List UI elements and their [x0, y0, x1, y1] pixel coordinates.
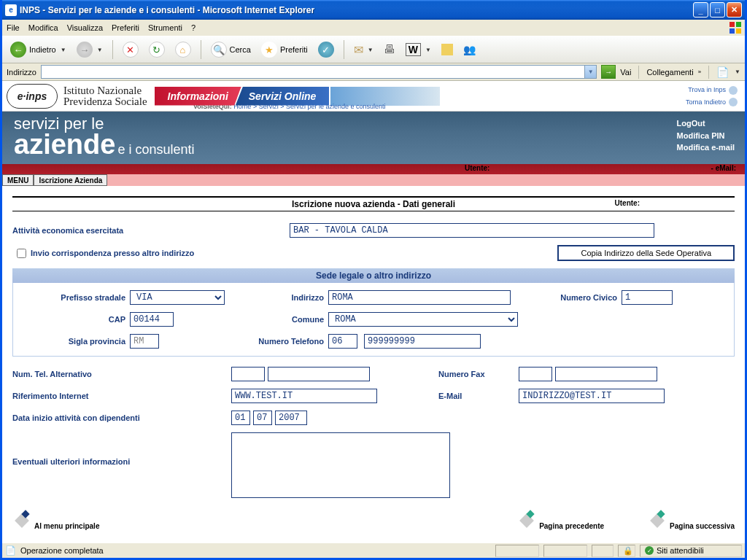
tab-informazioni[interactable]: Informazioni	[155, 87, 241, 106]
tel-prefisso-input[interactable]	[328, 334, 357, 349]
links-label[interactable]: Collegamenti	[646, 68, 693, 77]
stop-icon: ✕	[123, 42, 139, 58]
favorites-button[interactable]: ★ Preferiti	[258, 39, 311, 61]
fax-label: Numero Fax	[438, 370, 519, 378]
invio-corr-label: Invio corrispondenza presso altro indiri…	[31, 249, 194, 257]
prefisso-select[interactable]: VIA	[130, 290, 225, 305]
window-title: INPS - Servizi per le aziende e i consul…	[20, 5, 693, 15]
attivita-input[interactable]	[290, 223, 654, 238]
go-label: Vai	[620, 68, 631, 77]
tab-iscrizione-azienda[interactable]: Iscrizione Azienda	[34, 174, 107, 186]
invio-corrispondenza-checkbox[interactable]	[17, 249, 26, 258]
telalt-numero-input[interactable]	[268, 367, 370, 381]
fax-numero-input[interactable]	[555, 367, 657, 381]
forward-button[interactable]: → ▼	[73, 39, 107, 61]
refresh-button[interactable]: ↻	[145, 39, 169, 61]
menubar: File Modifica Visualizza Preferiti Strum…	[2, 20, 745, 36]
stop-button[interactable]: ✕	[119, 39, 142, 61]
svg-rect-0	[729, 22, 735, 27]
zone-ok-icon: ✓	[645, 546, 654, 555]
messenger-button[interactable]: 👥	[460, 41, 479, 58]
search-button[interactable]: 🔍 Cerca	[207, 39, 255, 61]
email-label: E-Mail	[438, 392, 519, 400]
address-bar: Indirizzo ▼ → Vai Collegamenti » 📄▼	[2, 63, 745, 81]
tab-servizi-online[interactable]: Servizi Online	[236, 87, 330, 106]
people-icon: 👥	[463, 44, 476, 55]
tel-numero-input[interactable]	[364, 334, 481, 349]
address-dropdown[interactable]: ▼	[584, 66, 596, 78]
cap-label: CAP	[23, 315, 125, 324]
svg-rect-2	[729, 28, 735, 34]
telalt-prefisso-input[interactable]	[231, 367, 265, 381]
civico-input[interactable]	[622, 290, 673, 305]
note-label: Eventuali ulteriori informazioni	[12, 432, 231, 466]
maximize-button[interactable]: □	[710, 2, 725, 18]
forward-icon: →	[77, 42, 93, 58]
nav-pagina-precedente[interactable]: Pagina precedente	[517, 511, 604, 530]
mail-icon: ✉	[354, 43, 363, 57]
menu-visualizza[interactable]: Visualizza	[67, 23, 103, 32]
edit-button[interactable]: W▼	[402, 40, 435, 59]
link-trova-in-inps[interactable]: Trova in Inps	[688, 86, 726, 93]
history-button[interactable]: ✓	[314, 39, 338, 61]
telalt-label: Num. Tel. Alternativo	[12, 370, 231, 378]
close-button[interactable]: ✕	[727, 2, 742, 18]
mail-button[interactable]: ✉▼	[350, 40, 377, 60]
link-modifica-email[interactable]: Modifica e-mail	[677, 141, 735, 154]
copia-indirizzo-button[interactable]: Copia Indirizzo della Sede Operativa	[557, 245, 735, 261]
comune-select[interactable]: ROMA	[328, 312, 518, 327]
menu-preferiti[interactable]: Preferiti	[112, 23, 139, 32]
fax-prefisso-input[interactable]	[519, 367, 552, 381]
user-bar: Utente: - eMail:	[2, 164, 745, 174]
menu-modifica[interactable]: Modifica	[28, 23, 58, 32]
nav-al-menu-principale[interactable]: Al menu principale	[12, 511, 99, 530]
back-icon: ←	[10, 42, 26, 58]
page-title: Iscrizione nuova azienda - Dati generali	[292, 199, 455, 209]
comune-label: Comune	[236, 315, 324, 324]
sigla-input	[130, 334, 159, 349]
tab-menu[interactable]: MENU	[2, 174, 34, 186]
sigla-label: Sigla provincia	[23, 337, 125, 346]
ie-app-icon: e	[5, 4, 17, 16]
address-input[interactable]	[42, 66, 584, 78]
minimize-button[interactable]: _	[693, 2, 708, 18]
data-anno-input[interactable]	[275, 411, 307, 425]
data-mese-input[interactable]	[253, 411, 272, 425]
home-button[interactable]: ⌂	[171, 39, 195, 61]
rif-internet-label: Riferimento Internet	[12, 392, 231, 400]
print-button[interactable]: 🖶	[380, 40, 399, 59]
security-zone: Siti attendibili	[657, 546, 704, 555]
link-modifica-pin[interactable]: Modifica PIN	[677, 130, 735, 142]
notes-button[interactable]	[438, 41, 457, 58]
tel-label: Numero Telefono	[236, 337, 324, 346]
email-input[interactable]	[519, 389, 665, 403]
notes-icon	[441, 44, 453, 55]
back-button[interactable]: ← Indietro ▼	[7, 39, 70, 61]
breadcrumb: VoiSieteQui: Home > Servizi > Servizi pe…	[2, 101, 745, 112]
rif-internet-input[interactable]	[231, 389, 377, 403]
pdf-icon[interactable]: 📄	[716, 66, 729, 78]
menu-help[interactable]: ?	[191, 23, 196, 32]
svg-rect-1	[736, 22, 741, 27]
cap-input[interactable]	[130, 312, 174, 327]
nav-pagina-successiva[interactable]: Pagina successiva	[648, 511, 735, 530]
menu-file[interactable]: File	[7, 23, 20, 32]
window-titlebar: e INPS - Servizi per le aziende e i cons…	[2, 0, 745, 20]
menu-strumenti[interactable]: Strumenti	[148, 23, 182, 32]
tab-strip: MENU Iscrizione Azienda	[2, 174, 745, 186]
word-icon: W	[406, 43, 421, 56]
link-logout[interactable]: LogOut	[677, 117, 735, 130]
indirizzo-input[interactable]	[328, 290, 511, 305]
diamond-icon	[648, 511, 667, 530]
indirizzo-label: Indirizzo	[236, 293, 324, 302]
home-icon: ⌂	[175, 42, 191, 58]
data-giorno-input[interactable]	[231, 411, 250, 425]
refresh-icon: ↻	[149, 42, 165, 58]
note-textarea[interactable]	[231, 432, 450, 498]
data-inizio-label: Data inizio attività con dipendenti	[12, 413, 231, 422]
utente-label: Utente:	[615, 199, 640, 207]
status-bar: 📄 Operazione completata 🔒 ✓Siti attendib…	[2, 542, 745, 558]
history-icon: ✓	[318, 42, 334, 58]
windows-logo-icon	[729, 21, 742, 34]
go-button[interactable]: →	[601, 65, 616, 79]
